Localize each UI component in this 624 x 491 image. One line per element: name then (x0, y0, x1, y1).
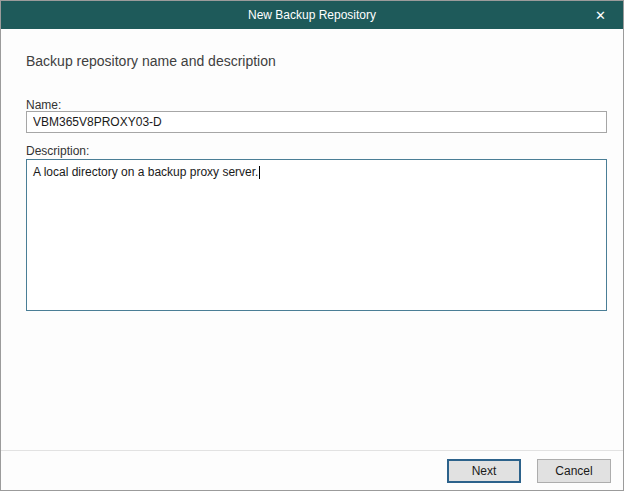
description-field-label: Description: (26, 144, 89, 158)
cancel-button[interactable]: Cancel (537, 459, 611, 483)
new-backup-repository-dialog: New Backup Repository ✕ Backup repositor… (0, 0, 624, 491)
name-input[interactable] (26, 111, 607, 133)
text-caret (259, 166, 260, 179)
page-title: Backup repository name and description (26, 53, 276, 69)
window-title: New Backup Repository (248, 8, 376, 22)
titlebar[interactable]: New Backup Repository ✕ (1, 1, 623, 29)
next-button[interactable]: Next (447, 459, 521, 483)
footer: Next Cancel (1, 451, 623, 490)
description-text: A local directory on a backup proxy serv… (33, 165, 258, 179)
name-field-label: Name: (26, 98, 61, 112)
close-icon[interactable]: ✕ (578, 1, 623, 29)
description-input[interactable]: A local directory on a backup proxy serv… (26, 159, 607, 311)
